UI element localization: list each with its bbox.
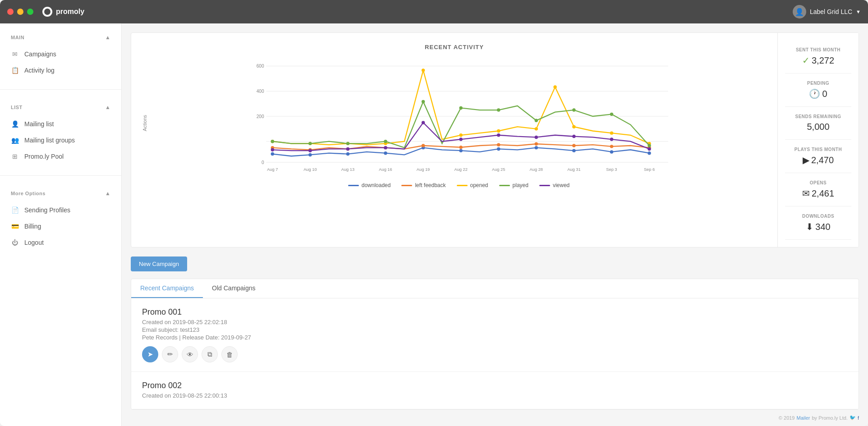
sidebar-item-mailing-list[interactable]: 👤 Mailing list [0,116,121,132]
sidebar-more-header: More Options ▲ [0,187,121,200]
chevron-up-icon-3: ▲ [105,190,110,197]
logo: promoly [42,7,84,17]
maximize-button[interactable] [27,9,33,15]
edit-button-1[interactable]: ✏ [162,346,178,362]
chart-svg-area: 600 400 200 0 Aug 7 Aug 10 Aug 13 Aug 16… [151,58,767,188]
svg-text:Aug 19: Aug 19 [417,167,430,172]
user-icon: 👤 [11,120,19,128]
close-button[interactable] [7,9,14,15]
svg-point-65 [271,148,274,151]
avatar: 👤 [793,5,806,18]
svg-point-22 [346,152,349,156]
svg-point-57 [384,140,387,143]
sidebar-item-promoly-pool[interactable]: ⊞ Promo.ly Pool [0,148,121,165]
twitter-icon[interactable]: 🐦 [850,415,856,421]
sidebar-mailing-list-label: Mailing list [24,120,54,128]
sidebar-more-section: More Options ▲ 📄 Sending Profiles 💳 Bill… [0,179,121,258]
stat-pending-label: PENDING [789,81,848,86]
svg-point-51 [572,125,575,128]
svg-text:600: 600 [257,64,264,69]
svg-point-47 [459,133,462,137]
tab-old-campaigns[interactable]: Old Campaigns [203,279,265,298]
view-button-1[interactable]: 👁 [182,346,198,362]
stats-panel: SENT THIS MONTH ✓ 3,272 PENDING 🕐 0 [777,33,859,247]
svg-point-55 [308,142,312,145]
stat-sends-remaining-value: 5,000 [789,122,848,132]
user-dropdown-icon: ▼ [856,9,861,14]
svg-point-37 [497,143,500,146]
svg-point-70 [459,137,462,141]
sidebar-item-sending-profiles[interactable]: 📄 Sending Profiles [0,202,121,218]
sidebar-item-campaigns[interactable]: ✉ Campaigns [0,46,121,62]
svg-point-48 [497,129,500,133]
svg-point-74 [610,137,613,141]
facebook-icon[interactable]: f [858,415,859,421]
chart-y-label: Actions [142,58,147,188]
download-icon: ⬇ [806,221,813,232]
sidebar-main-header: MAIN ▲ [0,31,121,44]
svg-point-61 [535,119,538,122]
svg-point-39 [572,144,575,147]
header-user[interactable]: 👤 Label Grid LLC ▼ [793,5,861,18]
logo-icon [42,7,52,17]
envelope-icon: ✉ [802,188,810,199]
tab-recent-campaigns[interactable]: Recent Campaigns [131,279,203,298]
send-button-1[interactable]: ➤ [142,346,158,362]
footer-mailer: Mailer [797,415,810,421]
svg-point-60 [497,108,500,111]
legend-label-played: played [513,182,528,188]
copy-button-1[interactable]: ⧉ [202,346,218,362]
sidebar-list-section: LIST ▲ 👤 Mailing list 👥 Mailing list gro… [0,93,121,172]
chevron-up-icon: ▲ [105,34,110,41]
legend-opened: opened [457,182,488,188]
sidebar-sending-profiles-label: Sending Profiles [24,206,70,214]
users-icon: 👥 [11,137,19,144]
sidebar-list-header: LIST ▲ [0,101,121,114]
svg-text:Aug 16: Aug 16 [379,167,392,172]
app-name: promoly [56,8,84,16]
sidebar-more-label: More Options [11,191,46,196]
svg-point-54 [271,140,274,143]
svg-point-52 [610,131,613,134]
sidebar-item-mailing-groups[interactable]: 👥 Mailing list groups [0,132,121,148]
sidebar-item-billing[interactable]: 💳 Billing [0,218,121,234]
svg-point-46 [422,69,425,72]
clock-icon: 🕐 [809,88,820,99]
chart-container: Actions 600 400 [142,58,767,188]
stat-pending: PENDING 🕐 0 [785,73,851,107]
svg-text:Aug 31: Aug 31 [567,167,580,172]
legend-label-viewed: viewed [553,182,569,188]
svg-point-64 [648,144,651,147]
svg-point-73 [572,135,575,138]
sidebar: MAIN ▲ ✉ Campaigns 📋 Activity log LIST ▲ [0,23,122,426]
svg-point-66 [308,149,312,152]
svg-point-68 [384,146,387,149]
sidebar-item-activity-log[interactable]: 📋 Activity log [0,62,121,78]
eye-icon: 👁 [187,351,193,358]
stat-sent-value: ✓ 3,272 [789,55,848,66]
svg-text:Aug 22: Aug 22 [454,167,467,172]
minimize-button[interactable] [17,9,23,15]
stat-downloads-label: DOWNLOADS [789,214,848,219]
stat-sends-remaining: SENDS REMAINING 5,000 [785,107,851,140]
campaign-card-1: Promo 001 Created on 2019-08-25 22:02:18… [131,298,859,372]
sidebar-logout-label: Logout [24,239,44,246]
campaign-1-actions: ➤ ✏ 👁 ⧉ 🗑 [142,346,848,362]
svg-text:0: 0 [262,160,264,165]
delete-button-1[interactable]: 🗑 [221,346,238,362]
stat-sends-remaining-label: SENDS REMAINING [789,114,848,119]
campaign-card-2: Promo 002 Created on 2019-08-25 22:00:13 [131,372,859,409]
svg-point-62 [572,108,575,111]
new-campaign-button[interactable]: New Campaign [131,257,187,271]
svg-point-30 [648,151,651,155]
svg-point-72 [535,136,538,139]
stat-opens-value: ✉ 2,461 [789,188,848,199]
sidebar-item-logout[interactable]: ⏻ Logout [0,234,121,251]
campaign-2-created: Created on 2019-08-25 22:00:13 [142,392,848,399]
legend-color-played [499,185,510,186]
chart-card: RECENT ACTIVITY Actions [131,33,777,247]
stat-plays-label: PLAYS THIS MONTH [789,147,848,152]
chevron-up-icon-2: ▲ [105,104,110,110]
legend-left-feedback: left feedback [401,182,445,188]
campaign-1-created: Created on 2019-08-25 22:02:18 [142,319,848,325]
